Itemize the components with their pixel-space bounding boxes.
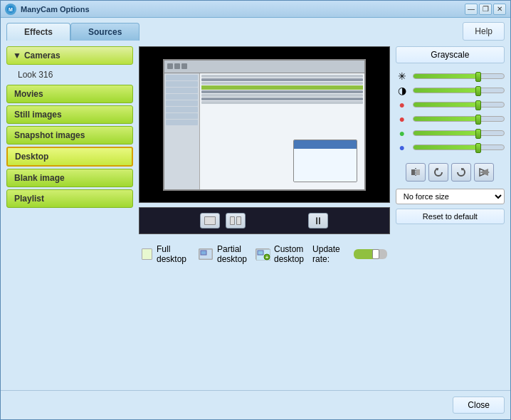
grayscale-button[interactable]: Grayscale — [396, 46, 505, 63]
full-desktop-icon — [142, 248, 152, 260]
contrast-fill — [413, 88, 479, 93]
screen-sidebar-item-7 — [166, 113, 198, 119]
desktop-options: Full desktop Partial desktop — [139, 238, 390, 270]
minimize-button[interactable]: — — [465, 4, 478, 15]
screen-line-6 — [201, 98, 363, 100]
sidebar-item-movies[interactable]: Movies — [6, 85, 133, 103]
blue-thumb — [475, 143, 481, 153]
rotate-left-button[interactable] — [428, 163, 448, 182]
contrast-thumb — [475, 86, 481, 96]
force-size-select[interactable]: No force size 320x240 640x480 720x576 12… — [396, 189, 505, 204]
tabs-row: Effects Sources Help — [1, 18, 510, 41]
close-button[interactable]: Close — [453, 397, 505, 414]
right-panel: Grayscale ✳ ◑ — [396, 46, 505, 384]
image-controls — [396, 160, 505, 184]
screen-sidebar-item-5 — [166, 100, 198, 106]
screen-mock — [163, 59, 366, 191]
red-fill — [413, 117, 479, 121]
svg-rect-5 — [231, 217, 234, 224]
sidebar: ▼ Cameras Look 316 Movies Still images S… — [6, 46, 133, 384]
green-fill — [413, 131, 479, 135]
screen-line-4 — [201, 90, 363, 93]
camera-look316-item[interactable]: Look 316 — [6, 66, 133, 83]
window-controls: — ❐ ✕ — [465, 4, 506, 15]
cameras-section-header[interactable]: ▼ Cameras — [6, 46, 133, 65]
sidebar-item-still-images[interactable]: Still images — [6, 105, 133, 124]
screen-line-5 — [201, 94, 363, 97]
view-split-button[interactable] — [226, 213, 246, 229]
blue-track[interactable] — [413, 145, 505, 150]
brightness-icon: ✳ — [396, 70, 409, 82]
title-bar-left: M ManyCam Options — [5, 4, 90, 15]
color-track[interactable] — [413, 102, 505, 107]
close-titlebar-button[interactable]: ✕ — [493, 4, 506, 15]
screen-highlight — [201, 85, 363, 90]
sidebar-item-snapshot-images[interactable]: Snapshot images — [6, 126, 133, 145]
main-content: ▼ Cameras Look 316 Movies Still images S… — [1, 41, 510, 390]
screen-sidebar-item-4 — [166, 94, 198, 100]
title-bar: M ManyCam Options — ❐ ✕ — [1, 1, 510, 18]
blue-fill — [413, 145, 479, 149]
brightness-fill — [413, 74, 479, 78]
screen-line-1 — [201, 75, 363, 78]
update-rate-thumb — [372, 249, 379, 259]
custom-desktop-icon: + — [256, 248, 270, 260]
partial-desktop-option[interactable]: Partial desktop — [199, 244, 247, 264]
sidebar-item-playlist[interactable]: Playlist — [6, 189, 133, 208]
svg-text:M: M — [9, 7, 13, 12]
update-rate-slider[interactable] — [354, 249, 387, 259]
green-icon: ● — [396, 127, 409, 139]
svg-rect-3 — [205, 217, 215, 224]
full-desktop-label: Full desktop — [157, 244, 190, 264]
popup-title-bar — [294, 140, 357, 149]
cameras-label: Cameras — [24, 51, 60, 61]
blue-slider-row: ● — [396, 142, 505, 153]
color-thumb — [475, 100, 481, 110]
popup-content — [294, 149, 357, 182]
pause-button[interactable]: ⏸ — [308, 213, 328, 229]
tab-sources[interactable]: Sources — [70, 23, 139, 41]
screen-main-content — [200, 73, 364, 189]
pause-icon: ⏸ — [313, 215, 323, 226]
custom-desktop-label: Custom desktop — [274, 244, 304, 264]
sidebar-item-desktop[interactable]: Desktop — [6, 147, 133, 167]
custom-desktop-option[interactable]: + Custom desktop — [256, 244, 304, 264]
flip-h-button[interactable] — [406, 163, 426, 182]
brightness-track[interactable] — [413, 73, 505, 79]
restore-button[interactable]: ❐ — [479, 4, 492, 15]
screen-line-3 — [201, 82, 363, 85]
screen-line-2 — [201, 78, 363, 81]
green-track[interactable] — [413, 130, 505, 136]
toolbar-btn-2 — [174, 63, 180, 69]
mirror-button[interactable] — [474, 163, 494, 182]
reset-to-default-button[interactable]: Reset to default — [396, 209, 505, 224]
contrast-icon: ◑ — [396, 85, 409, 96]
color-fill — [413, 103, 479, 107]
bottom-bar: Close — [1, 390, 510, 419]
help-button[interactable]: Help — [463, 22, 505, 41]
lower-area — [139, 274, 390, 384]
preview-screen — [139, 47, 389, 202]
view-full-button[interactable] — [200, 213, 220, 229]
red-track[interactable] — [413, 116, 505, 122]
red-thumb — [475, 115, 481, 125]
rotate-right-button[interactable] — [451, 163, 471, 182]
brightness-thumb — [475, 72, 481, 82]
screen-toolbar — [164, 61, 364, 73]
screen-popup — [293, 140, 357, 182]
svg-rect-7 — [237, 217, 241, 224]
svg-rect-15 — [416, 169, 420, 175]
update-rate-control: Update rate: — [312, 244, 387, 264]
window-title: ManyCam Options — [21, 5, 90, 14]
full-desktop-option[interactable]: Full desktop — [142, 244, 190, 264]
screen-line-7 — [201, 101, 363, 104]
cameras-arrow-icon: ▼ — [13, 51, 21, 61]
svg-text:+: + — [265, 255, 268, 260]
center-panel: ⏸ Full desktop Partial desktop — [139, 46, 390, 384]
sidebar-item-blank-image[interactable]: Blank image — [6, 169, 133, 187]
contrast-track[interactable] — [413, 88, 505, 93]
tab-effects[interactable]: Effects — [6, 23, 70, 41]
screen-content — [164, 73, 364, 189]
partial-desktop-label: Partial desktop — [217, 244, 247, 264]
color-slider-row: ● — [396, 99, 505, 110]
